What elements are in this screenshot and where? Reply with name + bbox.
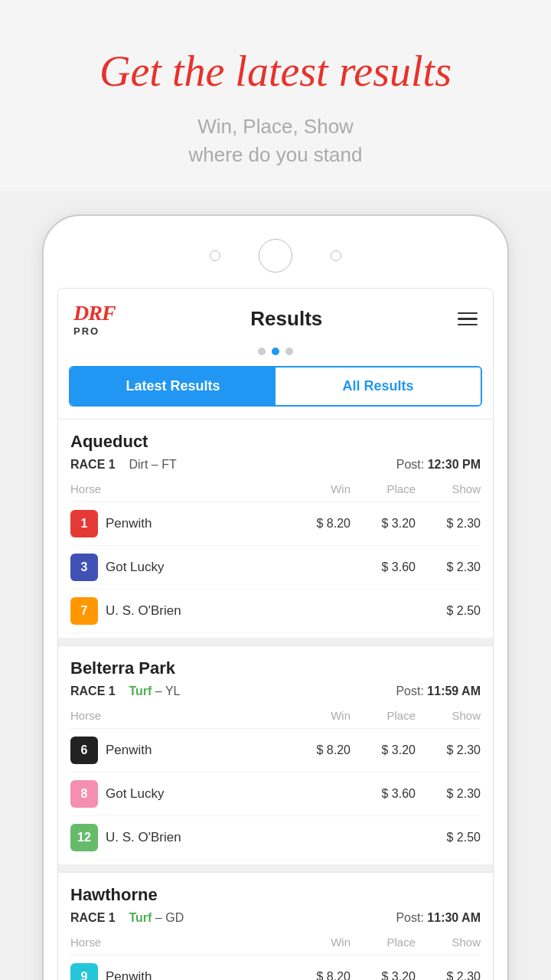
horse-show-0-1: $ 2.30 bbox=[416, 560, 481, 574]
horse-number-0-2: 7 bbox=[70, 597, 98, 625]
menu-button[interactable] bbox=[458, 312, 478, 326]
page-dots-indicator bbox=[58, 343, 493, 366]
horse-row-2-0: 9 Penwith $ 8.20 $ 3.20 $ 2.30 bbox=[70, 956, 481, 980]
horse-show-0-2: $ 2.50 bbox=[416, 604, 481, 618]
race-label-0: RACE 1 Dirt – FT bbox=[70, 458, 177, 472]
horse-place-1-1: $ 3.60 bbox=[350, 787, 416, 801]
drf-logo-text: DRF bbox=[73, 301, 116, 325]
horse-row-0-2: 7 U. S. O'Brien $ 2.50 bbox=[70, 590, 481, 633]
race-section-1: Belterra Park RACE 1 Turf – YL Post: 11:… bbox=[58, 645, 493, 864]
hero-subtitle-line1: Win, Place, Show bbox=[197, 115, 354, 138]
hero-subtitle-line2: where do you stand bbox=[189, 143, 363, 166]
dot-3 bbox=[285, 348, 293, 355]
races-container: Aqueduct RACE 1 Dirt – FT Post: 12:30 PM… bbox=[58, 419, 493, 980]
horse-row-1-2: 12 U. S. O'Brien $ 2.50 bbox=[70, 816, 481, 860]
phone-mockup: DRF PRO Results Latest Results All Resul… bbox=[42, 214, 509, 980]
camera-dot-right bbox=[331, 250, 341, 261]
surface-1: Turf bbox=[129, 684, 152, 697]
horse-name-0-0: Penwith bbox=[106, 516, 285, 531]
condition-0: – FT bbox=[152, 458, 177, 471]
horse-place-0-0: $ 3.20 bbox=[350, 517, 416, 531]
hero-subtitle: Win, Place, Show where do you stand bbox=[31, 113, 520, 168]
page-title: Results bbox=[250, 307, 322, 331]
section-divider-0 bbox=[58, 638, 493, 645]
condition-1: – YL bbox=[155, 684, 181, 697]
home-button[interactable] bbox=[259, 239, 292, 273]
horse-place-0-1: $ 3.60 bbox=[350, 560, 416, 574]
race-section-0: Aqueduct RACE 1 Dirt – FT Post: 12:30 PM… bbox=[58, 419, 493, 638]
phone-screen: DRF PRO Results Latest Results All Resul… bbox=[57, 288, 494, 980]
race-info-1: RACE 1 Turf – YL Post: 11:59 AM bbox=[70, 684, 481, 698]
horse-name-0-2: U. S. O'Brien bbox=[106, 603, 285, 619]
track-name-0: Aqueduct bbox=[70, 432, 481, 452]
col-headers-0: Horse Win Place Show bbox=[70, 479, 481, 502]
track-name-1: Belterra Park bbox=[70, 658, 481, 678]
horse-row-1-0: 6 Penwith $ 8.20 $ 3.20 $ 2.30 bbox=[70, 729, 481, 773]
horse-row-0-1: 3 Got Lucky $ 3.60 $ 2.30 bbox=[70, 546, 481, 590]
surface-0: Dirt bbox=[129, 458, 148, 471]
horse-name-1-0: Penwith bbox=[106, 743, 285, 758]
race-info-0: RACE 1 Dirt – FT Post: 12:30 PM bbox=[70, 458, 481, 472]
dot-1 bbox=[258, 348, 266, 355]
post-time-1: Post: 11:59 AM bbox=[396, 684, 481, 698]
horse-show-1-2: $ 2.50 bbox=[416, 831, 481, 844]
horse-win-1-0: $ 8.20 bbox=[285, 743, 350, 757]
horse-name-0-1: Got Lucky bbox=[106, 560, 285, 575]
race-section-2: Hawthorne RACE 1 Turf – GD Post: 11:30 A… bbox=[58, 872, 493, 980]
horse-win-2-0: $ 8.20 bbox=[285, 970, 350, 980]
horse-row-0-0: 1 Penwith $ 8.20 $ 3.20 $ 2.30 bbox=[70, 502, 481, 546]
race-label-2: RACE 1 Turf – GD bbox=[70, 911, 184, 925]
horse-show-2-0: $ 2.30 bbox=[416, 970, 481, 980]
track-name-2: Hawthorne bbox=[70, 885, 481, 905]
surface-2: Turf bbox=[129, 911, 152, 924]
phone-camera-area bbox=[51, 239, 500, 273]
horse-place-1-0: $ 3.20 bbox=[350, 743, 416, 757]
results-tabs: Latest Results All Results bbox=[69, 366, 482, 407]
hero-title: Get the latest results bbox=[31, 46, 520, 97]
horse-show-1-0: $ 2.30 bbox=[416, 743, 481, 757]
hamburger-line-3 bbox=[458, 324, 478, 326]
section-divider-1 bbox=[58, 864, 493, 872]
horse-number-1-0: 6 bbox=[70, 737, 98, 764]
horse-place-2-0: $ 3.20 bbox=[350, 970, 416, 980]
drf-logo: DRF PRO bbox=[73, 301, 116, 337]
dot-2-active bbox=[272, 348, 279, 355]
horse-name-1-2: U. S. O'Brien bbox=[106, 830, 285, 845]
horse-number-0-1: 3 bbox=[70, 554, 98, 581]
horse-win-0-0: $ 8.20 bbox=[285, 517, 350, 531]
camera-dot bbox=[210, 250, 220, 261]
tab-latest-results[interactable]: Latest Results bbox=[70, 368, 276, 405]
horse-name-2-0: Penwith bbox=[106, 969, 285, 980]
hero-section: Get the latest results Win, Place, Show … bbox=[0, 0, 551, 191]
horse-name-1-1: Got Lucky bbox=[106, 786, 285, 802]
horse-show-0-0: $ 2.30 bbox=[416, 517, 481, 531]
horse-number-1-1: 8 bbox=[70, 780, 98, 808]
horse-number-1-2: 12 bbox=[70, 824, 98, 851]
horse-show-1-1: $ 2.30 bbox=[416, 787, 481, 801]
post-time-2: Post: 11:30 AM bbox=[396, 911, 481, 925]
horse-number-2-0: 9 bbox=[70, 963, 98, 980]
col-headers-2: Horse Win Place Show bbox=[70, 933, 481, 956]
hamburger-line-1 bbox=[458, 312, 478, 315]
hamburger-line-2 bbox=[458, 318, 478, 320]
col-headers-1: Horse Win Place Show bbox=[70, 706, 481, 729]
horse-number-0-0: 1 bbox=[70, 510, 98, 537]
horse-row-1-1: 8 Got Lucky $ 3.60 $ 2.30 bbox=[70, 773, 481, 816]
race-label-1: RACE 1 Turf – YL bbox=[70, 684, 180, 698]
condition-2: – GD bbox=[155, 911, 184, 924]
tab-all-results[interactable]: All Results bbox=[276, 368, 481, 405]
app-header: DRF PRO Results bbox=[58, 289, 493, 343]
race-info-2: RACE 1 Turf – GD Post: 11:30 AM bbox=[70, 911, 481, 925]
drf-pro-text: PRO bbox=[73, 325, 99, 337]
post-time-0: Post: 12:30 PM bbox=[396, 458, 481, 472]
